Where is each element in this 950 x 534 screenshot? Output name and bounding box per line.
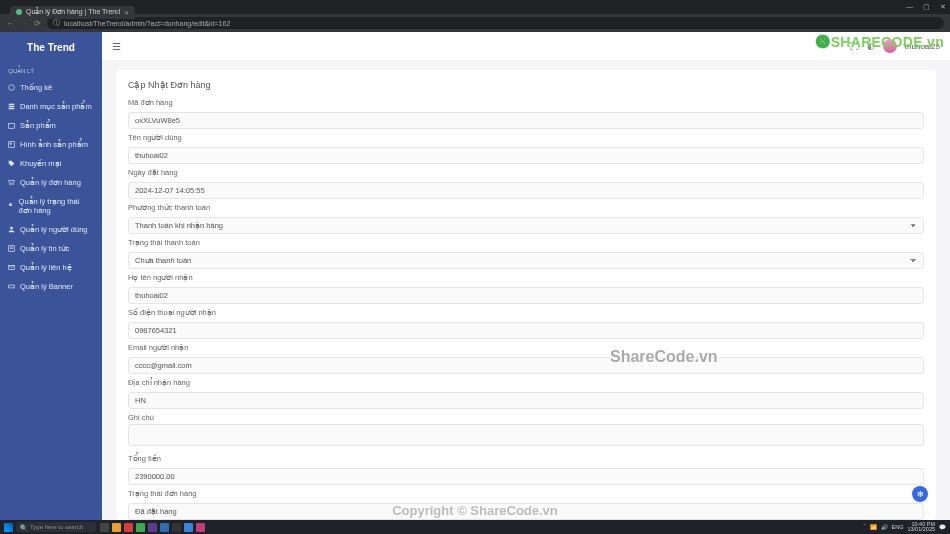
svg-point-10 bbox=[10, 227, 13, 230]
label-payment-status: Trạng thái thanh toán bbox=[128, 238, 924, 247]
sidebar-item-label: Quản lý người dùng bbox=[20, 225, 88, 234]
win-close[interactable]: ✕ bbox=[940, 3, 946, 11]
label-order-status: Trạng thái đơn hàng bbox=[128, 489, 924, 498]
taskbar-app-2[interactable] bbox=[124, 523, 133, 532]
user-icon bbox=[8, 226, 15, 233]
windows-taskbar: 🔍Type here to search ˄ 📶 🔊 ENG 10:40 PM … bbox=[0, 520, 950, 534]
brand-title: The Trend bbox=[0, 32, 102, 63]
sidebar-item-label: Khuyến mại bbox=[20, 159, 61, 168]
sidebar-section-label: QUẢN LÝ bbox=[0, 63, 102, 78]
start-button[interactable] bbox=[4, 523, 13, 532]
select-payment-method[interactable]: Thanh toán khi nhận hàng bbox=[128, 217, 924, 234]
topbar: ☰ ⛶ ◐ thuhoai25 bbox=[102, 32, 950, 60]
task-view-icon[interactable] bbox=[100, 523, 109, 532]
avatar[interactable] bbox=[883, 39, 897, 53]
win-maximize[interactable]: ▢ bbox=[923, 3, 930, 11]
sidebar-item-stats[interactable]: Thống kê bbox=[0, 78, 102, 97]
sidebar-item-order-status[interactable]: Quản lý trạng thái đơn hàng bbox=[0, 192, 102, 220]
search-placeholder: Type here to search bbox=[30, 524, 83, 530]
input-username[interactable] bbox=[128, 147, 924, 164]
tab-title: Quản lý Đơn hàng | The Trend bbox=[26, 8, 120, 16]
sidebar-item-categories[interactable]: Danh mục sản phẩm bbox=[0, 97, 102, 116]
label-total: Tổng tiền bbox=[128, 454, 924, 463]
svg-rect-3 bbox=[9, 108, 15, 109]
tray-speaker-icon[interactable]: 🔊 bbox=[881, 524, 888, 530]
label-payment-method: Phương thức thanh toán bbox=[128, 203, 924, 212]
input-recipient-address[interactable] bbox=[128, 392, 924, 409]
input-order-status[interactable] bbox=[128, 503, 924, 520]
form-card: Cập Nhật Đơn hàng Mã đơn hàng Tên người … bbox=[116, 70, 936, 520]
favicon-icon bbox=[16, 9, 22, 15]
taskbar-app-7[interactable] bbox=[184, 523, 193, 532]
sidebar-item-orders[interactable]: Quản lý đơn hàng bbox=[0, 173, 102, 192]
search-icon: 🔍 bbox=[20, 524, 27, 531]
taskbar-app-6[interactable] bbox=[172, 523, 181, 532]
clock-date: 13/01/2025 bbox=[907, 527, 935, 533]
sidebar-item-label: Quản lý đơn hàng bbox=[20, 178, 81, 187]
cart-icon bbox=[8, 179, 15, 186]
svg-marker-7 bbox=[9, 161, 15, 167]
sidebar-item-label: Thống kê bbox=[20, 83, 52, 92]
taskbar-app-5[interactable] bbox=[160, 523, 169, 532]
taskbar-app-4[interactable] bbox=[148, 523, 157, 532]
input-recipient-phone[interactable] bbox=[128, 322, 924, 339]
fab-chat-icon[interactable]: ✻ bbox=[912, 486, 928, 502]
select-payment-status[interactable]: Chưa thanh toán bbox=[128, 252, 924, 269]
card-title: Cập Nhật Đơn hàng bbox=[128, 80, 924, 90]
sidebar-item-banner[interactable]: Quản lý Banner bbox=[0, 277, 102, 296]
sidebar-item-label: Danh mục sản phẩm bbox=[20, 102, 92, 111]
sidebar-item-promotions[interactable]: Khuyến mại bbox=[0, 154, 102, 173]
win-minimize[interactable]: — bbox=[906, 3, 913, 11]
sidebar-item-users[interactable]: Quản lý người dùng bbox=[0, 220, 102, 239]
tray-notifications-icon[interactable]: 💬 bbox=[939, 524, 946, 530]
mail-icon bbox=[8, 264, 15, 271]
taskbar-app-3[interactable] bbox=[136, 523, 145, 532]
tab-close-icon[interactable]: ✕ bbox=[124, 9, 129, 16]
label-recipient-address: Địa chỉ nhận hàng bbox=[128, 378, 924, 387]
label-recipient-name: Họ tên người nhận bbox=[128, 273, 924, 282]
sidebar-item-news[interactable]: Quản lý tin tức bbox=[0, 239, 102, 258]
taskbar-search[interactable]: 🔍Type here to search bbox=[16, 522, 96, 532]
label-notes: Ghi chú bbox=[128, 413, 924, 422]
username-label: thuhoai25 bbox=[905, 42, 940, 51]
svg-rect-15 bbox=[9, 285, 15, 288]
taskbar-clock[interactable]: 10:40 PM 13/01/2025 bbox=[907, 522, 935, 533]
sidebar-item-label: Quản lý tin tức bbox=[20, 244, 70, 253]
news-icon bbox=[8, 245, 15, 252]
browser-tab[interactable]: Quản lý Đơn hàng | The Trend ✕ bbox=[10, 6, 135, 19]
svg-point-6 bbox=[10, 143, 11, 144]
nav-back-icon[interactable]: ← bbox=[6, 19, 14, 28]
input-recipient-email[interactable] bbox=[128, 357, 924, 374]
label-order-date: Ngày đặt hàng bbox=[128, 168, 924, 177]
nav-reload-icon[interactable]: ⟳ bbox=[34, 19, 41, 28]
taskbar-app-1[interactable] bbox=[112, 523, 121, 532]
browser-url-bar: ← → ⟳ ⓘ localhost/TheTrend/admin/?act=do… bbox=[0, 14, 950, 32]
textarea-notes[interactable] bbox=[128, 424, 924, 446]
input-order-id[interactable] bbox=[128, 112, 924, 129]
image-icon bbox=[8, 141, 15, 148]
theme-toggle-icon[interactable]: ◐ bbox=[867, 41, 875, 51]
tray-wifi-icon[interactable]: 📶 bbox=[870, 524, 877, 530]
svg-point-0 bbox=[9, 85, 15, 91]
tray-lang-icon[interactable]: ENG bbox=[892, 524, 904, 530]
tray-chevron-icon[interactable]: ˄ bbox=[863, 524, 866, 530]
input-recipient-name[interactable] bbox=[128, 287, 924, 304]
banner-icon bbox=[8, 283, 15, 290]
svg-rect-1 bbox=[9, 104, 15, 105]
sidebar-item-products[interactable]: Sản phẩm bbox=[0, 116, 102, 135]
svg-rect-2 bbox=[9, 106, 15, 107]
fullscreen-icon[interactable]: ⛶ bbox=[850, 41, 859, 51]
sidebar-item-product-images[interactable]: Hình ảnh sản phẩm bbox=[0, 135, 102, 154]
nav-forward-icon[interactable]: → bbox=[20, 19, 28, 28]
url-input[interactable]: ⓘ localhost/TheTrend/admin/?act=donhang/… bbox=[47, 17, 944, 29]
sidebar-item-contact[interactable]: Quản lý liên hệ bbox=[0, 258, 102, 277]
input-order-date[interactable] bbox=[128, 182, 924, 199]
svg-point-9 bbox=[12, 184, 13, 185]
window-titlebar: — ▢ ✕ bbox=[0, 0, 950, 14]
menu-toggle-icon[interactable]: ☰ bbox=[112, 41, 121, 52]
taskbar-app-8[interactable] bbox=[196, 523, 205, 532]
sidebar-item-label: Quản lý trạng thái đơn hàng bbox=[19, 197, 94, 215]
info-icon: ⓘ bbox=[53, 18, 60, 28]
input-total[interactable] bbox=[128, 468, 924, 485]
label-order-id: Mã đơn hàng bbox=[128, 98, 924, 107]
